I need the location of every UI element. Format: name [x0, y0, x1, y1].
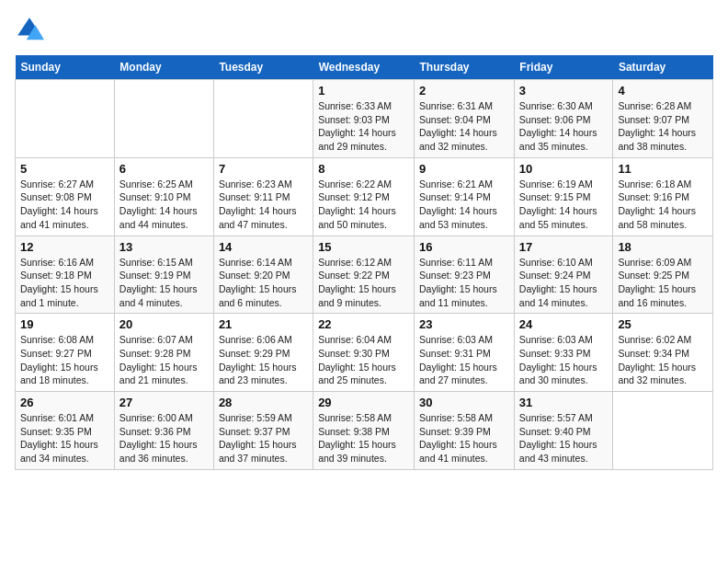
logo: [15, 15, 48, 44]
week-row-3: 12Sunrise: 6:16 AM Sunset: 9:18 PM Dayli…: [16, 236, 713, 314]
day-cell: [613, 392, 713, 470]
day-info: Sunrise: 6:19 AM Sunset: 9:15 PM Dayligh…: [519, 178, 609, 232]
calendar-body: 1Sunrise: 6:33 AM Sunset: 9:03 PM Daylig…: [16, 80, 713, 470]
day-info: Sunrise: 5:59 AM Sunset: 9:37 PM Dayligh…: [219, 411, 308, 465]
page-header: [15, 15, 713, 44]
day-info: Sunrise: 6:15 AM Sunset: 9:19 PM Dayligh…: [119, 256, 209, 310]
day-cell: 17Sunrise: 6:10 AM Sunset: 9:24 PM Dayli…: [514, 236, 613, 314]
day-cell: 15Sunrise: 6:12 AM Sunset: 9:22 PM Dayli…: [313, 236, 415, 314]
day-cell: 21Sunrise: 6:06 AM Sunset: 9:29 PM Dayli…: [213, 314, 313, 392]
day-number: 13: [119, 240, 209, 254]
day-cell: [114, 80, 213, 158]
day-cell: 29Sunrise: 5:58 AM Sunset: 9:38 PM Dayli…: [313, 392, 415, 470]
day-cell: 6Sunrise: 6:25 AM Sunset: 9:10 PM Daylig…: [114, 157, 213, 236]
day-cell: 8Sunrise: 6:22 AM Sunset: 9:12 PM Daylig…: [313, 157, 415, 236]
day-number: 5: [20, 162, 109, 176]
day-cell: 16Sunrise: 6:11 AM Sunset: 9:23 PM Dayli…: [415, 236, 515, 314]
day-number: 10: [519, 162, 609, 176]
day-cell: 28Sunrise: 5:59 AM Sunset: 9:37 PM Dayli…: [213, 392, 313, 470]
day-number: 24: [519, 317, 609, 331]
day-info: Sunrise: 6:18 AM Sunset: 9:16 PM Dayligh…: [618, 178, 708, 232]
day-cell: 26Sunrise: 6:01 AM Sunset: 9:35 PM Dayli…: [16, 392, 115, 470]
day-cell: 20Sunrise: 6:07 AM Sunset: 9:28 PM Dayli…: [114, 314, 213, 392]
day-number: 8: [318, 162, 409, 176]
header-day-friday: Friday: [514, 55, 613, 80]
day-cell: 1Sunrise: 6:33 AM Sunset: 9:03 PM Daylig…: [313, 80, 415, 158]
day-cell: 3Sunrise: 6:30 AM Sunset: 9:06 PM Daylig…: [514, 80, 613, 158]
day-number: 19: [20, 317, 109, 331]
day-info: Sunrise: 6:00 AM Sunset: 9:36 PM Dayligh…: [119, 411, 209, 465]
day-cell: 10Sunrise: 6:19 AM Sunset: 9:15 PM Dayli…: [514, 157, 613, 236]
day-cell: 4Sunrise: 6:28 AM Sunset: 9:07 PM Daylig…: [613, 80, 713, 158]
week-row-4: 19Sunrise: 6:08 AM Sunset: 9:27 PM Dayli…: [16, 314, 713, 392]
day-number: 14: [219, 240, 308, 254]
day-number: 15: [318, 240, 409, 254]
day-number: 17: [519, 240, 609, 254]
week-row-1: 1Sunrise: 6:33 AM Sunset: 9:03 PM Daylig…: [16, 80, 713, 158]
header-day-monday: Monday: [114, 55, 213, 80]
day-number: 9: [419, 162, 509, 176]
day-info: Sunrise: 6:25 AM Sunset: 9:10 PM Dayligh…: [119, 178, 209, 232]
day-number: 29: [318, 396, 409, 409]
day-info: Sunrise: 6:11 AM Sunset: 9:23 PM Dayligh…: [419, 256, 509, 310]
header-row: SundayMondayTuesdayWednesdayThursdayFrid…: [16, 55, 713, 80]
day-number: 22: [318, 317, 409, 331]
week-row-5: 26Sunrise: 6:01 AM Sunset: 9:35 PM Dayli…: [16, 392, 713, 470]
day-info: Sunrise: 6:03 AM Sunset: 9:31 PM Dayligh…: [419, 333, 509, 387]
day-number: 28: [219, 396, 308, 409]
day-number: 25: [618, 317, 708, 331]
day-number: 12: [20, 240, 109, 254]
day-number: 7: [219, 162, 308, 176]
day-cell: 5Sunrise: 6:27 AM Sunset: 9:08 PM Daylig…: [16, 157, 115, 236]
calendar-table: SundayMondayTuesdayWednesdayThursdayFrid…: [15, 55, 713, 470]
day-cell: 22Sunrise: 6:04 AM Sunset: 9:30 PM Dayli…: [313, 314, 415, 392]
day-info: Sunrise: 6:27 AM Sunset: 9:08 PM Dayligh…: [20, 178, 109, 232]
day-info: Sunrise: 6:02 AM Sunset: 9:34 PM Dayligh…: [618, 333, 708, 387]
day-info: Sunrise: 6:28 AM Sunset: 9:07 PM Dayligh…: [618, 99, 708, 154]
day-number: 11: [618, 162, 708, 176]
day-info: Sunrise: 6:14 AM Sunset: 9:20 PM Dayligh…: [219, 256, 308, 310]
day-cell: [213, 80, 313, 158]
day-info: Sunrise: 5:58 AM Sunset: 9:39 PM Dayligh…: [419, 411, 509, 465]
day-cell: 23Sunrise: 6:03 AM Sunset: 9:31 PM Dayli…: [415, 314, 515, 392]
header-day-saturday: Saturday: [613, 55, 713, 80]
day-cell: 25Sunrise: 6:02 AM Sunset: 9:34 PM Dayli…: [613, 314, 713, 392]
day-cell: 7Sunrise: 6:23 AM Sunset: 9:11 PM Daylig…: [213, 157, 313, 236]
day-number: 4: [618, 84, 708, 98]
day-number: 18: [618, 240, 708, 254]
day-info: Sunrise: 6:16 AM Sunset: 9:18 PM Dayligh…: [20, 256, 109, 310]
day-cell: 24Sunrise: 6:03 AM Sunset: 9:33 PM Dayli…: [514, 314, 613, 392]
day-info: Sunrise: 6:31 AM Sunset: 9:04 PM Dayligh…: [419, 99, 509, 154]
day-cell: 11Sunrise: 6:18 AM Sunset: 9:16 PM Dayli…: [613, 157, 713, 236]
day-info: Sunrise: 6:07 AM Sunset: 9:28 PM Dayligh…: [119, 333, 209, 387]
day-number: 31: [519, 396, 609, 409]
day-info: Sunrise: 6:06 AM Sunset: 9:29 PM Dayligh…: [219, 333, 308, 387]
day-cell: 27Sunrise: 6:00 AM Sunset: 9:36 PM Dayli…: [114, 392, 213, 470]
day-number: 16: [419, 240, 509, 254]
day-info: Sunrise: 6:04 AM Sunset: 9:30 PM Dayligh…: [318, 333, 409, 387]
header-day-wednesday: Wednesday: [313, 55, 415, 80]
day-cell: 19Sunrise: 6:08 AM Sunset: 9:27 PM Dayli…: [16, 314, 115, 392]
day-info: Sunrise: 6:10 AM Sunset: 9:24 PM Dayligh…: [519, 256, 609, 310]
day-number: 6: [119, 162, 209, 176]
day-number: 21: [219, 317, 308, 331]
day-info: Sunrise: 6:12 AM Sunset: 9:22 PM Dayligh…: [318, 256, 409, 310]
header-day-sunday: Sunday: [16, 55, 115, 80]
day-number: 3: [519, 84, 609, 98]
day-cell: 12Sunrise: 6:16 AM Sunset: 9:18 PM Dayli…: [16, 236, 115, 314]
day-cell: 30Sunrise: 5:58 AM Sunset: 9:39 PM Dayli…: [415, 392, 515, 470]
header-day-tuesday: Tuesday: [213, 55, 313, 80]
day-info: Sunrise: 5:58 AM Sunset: 9:38 PM Dayligh…: [318, 411, 409, 465]
day-number: 30: [419, 396, 509, 409]
day-number: 2: [419, 84, 509, 98]
week-row-2: 5Sunrise: 6:27 AM Sunset: 9:08 PM Daylig…: [16, 157, 713, 236]
day-number: 23: [419, 317, 509, 331]
day-info: Sunrise: 6:21 AM Sunset: 9:14 PM Dayligh…: [419, 178, 509, 232]
day-cell: [16, 80, 115, 158]
day-number: 26: [20, 396, 109, 409]
day-info: Sunrise: 6:30 AM Sunset: 9:06 PM Dayligh…: [519, 99, 609, 154]
day-info: Sunrise: 6:03 AM Sunset: 9:33 PM Dayligh…: [519, 333, 609, 387]
day-info: Sunrise: 6:23 AM Sunset: 9:11 PM Dayligh…: [219, 178, 308, 232]
day-info: Sunrise: 6:33 AM Sunset: 9:03 PM Dayligh…: [318, 99, 409, 154]
day-cell: 9Sunrise: 6:21 AM Sunset: 9:14 PM Daylig…: [415, 157, 515, 236]
